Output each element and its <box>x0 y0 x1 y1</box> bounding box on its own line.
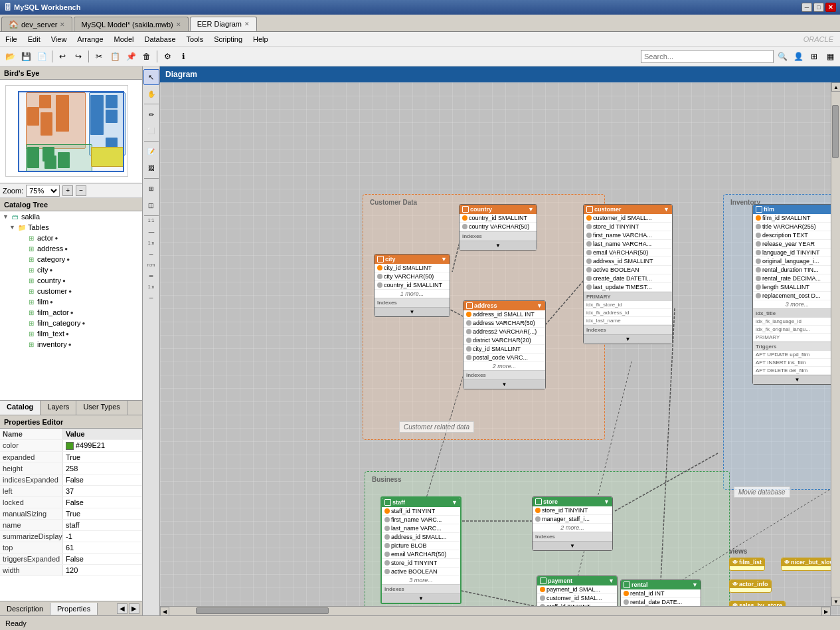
tree-item-tables[interactable]: ▼ 📁 Tables <box>0 222 142 233</box>
v-scroll-thumb[interactable] <box>832 105 839 158</box>
table-collapse-btn[interactable]: ▼ <box>753 375 840 384</box>
cat-tab-catalog[interactable]: Catalog <box>0 401 41 415</box>
tree-item-inventory[interactable]: ⊞ inventory● <box>0 339 142 350</box>
menu-scripting[interactable]: Scripting <box>209 34 248 45</box>
tree-item-customer[interactable]: ⊞ customer● <box>0 286 142 296</box>
cat-tab-user-types[interactable]: User Types <box>76 401 127 415</box>
tree-item-film-category[interactable]: ⊞ film_category● <box>0 318 142 328</box>
table-country[interactable]: country ▼ country_id SMALLINT country VA… <box>459 204 537 251</box>
tab-close-icon[interactable]: ✕ <box>176 21 181 28</box>
tb-copy[interactable]: 📋 <box>108 49 122 64</box>
table-collapse-btn[interactable]: ▼ <box>463 379 545 389</box>
tb-search-btn[interactable]: 🔍 <box>775 49 790 64</box>
tb-more[interactable]: ▦ <box>823 49 837 64</box>
h-scrollbar[interactable]: ◀ ▶ <box>160 606 831 615</box>
view-actor-info[interactable]: 👁 actor_info <box>729 579 772 593</box>
tb-cut[interactable]: ✂ <box>92 49 106 64</box>
tool-image[interactable]: 🖼 <box>143 160 159 176</box>
search-input[interactable] <box>641 50 774 63</box>
desc-nav-prev[interactable]: ◀ <box>117 603 127 614</box>
tree-item-category[interactable]: ⊞ category● <box>0 254 142 264</box>
table-staff[interactable]: staff ▼ staff_id TINYINT first_name VARC… <box>380 496 462 604</box>
menu-model[interactable]: Model <box>109 34 139 45</box>
tb-info[interactable]: ℹ <box>176 49 191 64</box>
zoom-select[interactable]: 75% 25% 50% 100% 150% <box>26 185 60 197</box>
tool-select[interactable]: ↖ <box>143 69 159 85</box>
menu-arrange[interactable]: Arrange <box>72 34 108 45</box>
tb-user[interactable]: 👤 <box>791 49 805 64</box>
v-scroll-up[interactable]: ▲ <box>831 82 840 92</box>
tab-close-icon[interactable]: ✕ <box>60 21 65 28</box>
h-scroll-right[interactable]: ▶ <box>821 607 831 615</box>
tree-item-address[interactable]: ⊞ address● <box>0 243 142 254</box>
tb-settings[interactable]: ⚙ <box>160 49 175 64</box>
tb-save[interactable]: 💾 <box>19 49 33 64</box>
tree-item-film[interactable]: ⊞ film● <box>0 296 142 307</box>
desc-tab-description[interactable]: Description <box>0 603 50 615</box>
tb-redo[interactable]: ↪ <box>71 49 86 64</box>
eer-canvas[interactable]: Customer Data Inventory Business <box>160 82 840 615</box>
catalog-tree[interactable]: ▼ 🗃 sakila ▼ 📁 Tables ⊞ actor● ⊞ <box>0 211 142 400</box>
cat-tab-layers[interactable]: Layers <box>41 401 76 415</box>
v-scrollbar[interactable]: ▲ ▼ <box>831 82 840 606</box>
tool-hand[interactable]: ✋ <box>143 86 159 102</box>
menu-database[interactable]: Database <box>139 34 181 45</box>
tb-new[interactable]: 📄 <box>35 49 49 64</box>
table-collapse-btn[interactable]: ▼ <box>584 334 672 344</box>
close-btn[interactable]: ✕ <box>825 3 836 12</box>
h-scroll-left[interactable]: ◀ <box>160 607 169 615</box>
tool-rel-11[interactable]: ─ <box>143 224 160 240</box>
tree-item-film-actor[interactable]: ⊞ film_actor● <box>0 307 142 318</box>
birds-eye-canvas[interactable] <box>0 80 142 183</box>
tb-undo[interactable]: ↩ <box>55 49 70 64</box>
table-collapse-btn[interactable]: ▼ <box>533 541 612 550</box>
table-film[interactable]: film ▼ film_id SMALLINT title VARCHAR(25… <box>752 204 840 385</box>
tab-dev-server[interactable]: 🏠 dev_server ✕ <box>1 17 72 31</box>
table-collapse-btn[interactable]: ▼ <box>375 307 450 316</box>
tool-table[interactable]: ⊞ <box>143 181 159 197</box>
table-address[interactable]: address ▼ address_id SMALL INT address V… <box>463 300 546 389</box>
table-collapse-btn[interactable]: ▼ <box>460 241 537 250</box>
h-scroll-thumb[interactable] <box>196 607 329 614</box>
tab-close-icon[interactable]: ✕ <box>244 21 250 27</box>
maximize-btn[interactable]: □ <box>813 3 824 12</box>
menu-tools[interactable]: Tools <box>181 34 209 45</box>
desc-tab-properties[interactable]: Properties <box>50 603 98 615</box>
tb-delete[interactable]: 🗑 <box>139 49 154 64</box>
minimize-btn[interactable]: ─ <box>801 3 812 12</box>
tb-paste[interactable]: 📌 <box>124 49 138 64</box>
menu-help[interactable]: Help <box>248 34 274 45</box>
tree-item-sakila[interactable]: ▼ 🗃 sakila <box>0 211 142 222</box>
tb-grid[interactable]: ⊞ <box>807 49 821 64</box>
tb-open[interactable]: 📂 <box>3 49 17 64</box>
table-customer[interactable]: customer ▼ customer_id SMALL... store_id… <box>583 204 673 344</box>
tool-rel-1n-id[interactable]: ─ <box>143 290 159 306</box>
zoom-out-btn[interactable]: − <box>76 185 86 196</box>
table-city[interactable]: city ▼ city_id SMALLINT city VARCHAR(50)… <box>374 254 450 317</box>
tool-rel-nm[interactable]: ═ <box>143 268 159 284</box>
prop-row-expanded: expanded True <box>0 452 142 463</box>
tab-eer-diagram[interactable]: EER Diagram ✕ <box>190 17 257 31</box>
tree-item-actor[interactable]: ⊞ actor● <box>0 233 142 243</box>
tool-rubber[interactable]: ⬜ <box>143 123 159 139</box>
view-film-list[interactable]: 👁 film_list <box>729 558 765 571</box>
v-scroll-down[interactable]: ▼ <box>831 597 840 606</box>
tree-item-city[interactable]: ⊞ city● <box>0 264 142 275</box>
menu-edit[interactable]: Edit <box>23 34 46 45</box>
menu-view[interactable]: View <box>46 34 72 45</box>
label-customer-related: Customer related data <box>399 421 474 433</box>
tool-pencil[interactable]: ✏ <box>143 106 159 122</box>
tree-item-film-text[interactable]: ⊞ film_text● <box>0 328 142 339</box>
table-collapse-btn[interactable]: ▼ <box>382 593 460 603</box>
menu-file[interactable]: File <box>0 34 23 45</box>
tree-item-country[interactable]: ⊞ country● <box>0 275 142 286</box>
tool-view[interactable]: ◫ <box>143 197 159 213</box>
tab-label: dev_server <box>21 21 57 29</box>
tab-mysql-model[interactable]: MySQL Model* (sakila.mwb) ✕ <box>74 17 188 31</box>
tool-rel-1n[interactable]: ─ <box>143 246 159 262</box>
tool-note[interactable]: 📝 <box>143 144 159 159</box>
zoom-in-btn[interactable]: + <box>62 185 73 196</box>
table-store[interactable]: store ▼ store_id TINYINT manager_staff_i… <box>532 496 613 551</box>
catalog-header: Catalog Tree <box>0 198 142 211</box>
desc-nav-next[interactable]: ▶ <box>129 603 139 614</box>
